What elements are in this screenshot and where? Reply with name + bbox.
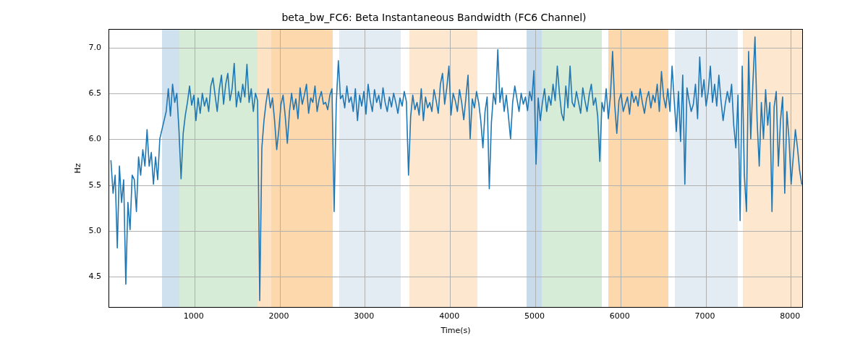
x-tick-label: 1000 [184,311,204,321]
x-tick-label: 7000 [695,311,715,321]
x-tick-label: 3000 [354,311,374,321]
x-tick-label: 5000 [524,311,545,321]
x-tick-label: 6000 [610,311,630,321]
x-tick-label: 4000 [439,311,459,321]
y-tick-label: 4.5 [89,271,102,280]
figure: beta_bw_FC6: Beta Instantaneous Bandwidt… [0,0,868,362]
y-tick-label: 5.0 [89,225,102,235]
x-tick-label: 8000 [780,311,800,321]
x-axis-label: Time(s) [109,326,803,335]
line-series [109,30,802,307]
y-tick-label: 7.0 [89,43,102,52]
y-tick-label: 6.0 [89,134,102,143]
y-tick-label: 5.5 [89,180,102,189]
y-axis-label: Hz [72,29,82,308]
y-tick-label: 6.5 [89,88,102,98]
plot-area [109,29,803,308]
x-tick-label: 2000 [269,311,289,321]
chart-title: beta_bw_FC6: Beta Instantaneous Bandwidt… [0,12,868,23]
